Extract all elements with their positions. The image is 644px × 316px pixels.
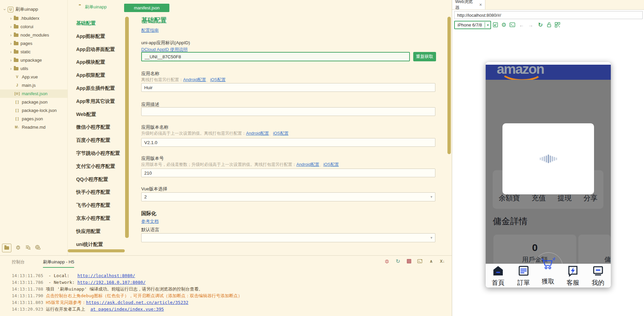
- tree-folder-colorui[interactable]: ›colorui: [0, 22, 67, 31]
- tree-file-pages-json[interactable]: [ ]pages.json: [0, 115, 67, 123]
- faq-link[interactable]: https://ask.dcloud.net.cn/article/35232: [86, 300, 188, 305]
- ios-config-link[interactable]: iOS配置: [273, 131, 288, 136]
- terminal-icon[interactable]: [508, 21, 516, 29]
- menu-item-withdraw[interactable]: 提現: [557, 193, 572, 203]
- version-name-input[interactable]: [141, 138, 435, 147]
- menu-item-share[interactable]: 分享: [583, 193, 597, 203]
- config-nav-basic[interactable]: 基础配置: [68, 17, 125, 30]
- config-nav-bytedance[interactable]: 字节跳动小程序配置: [68, 147, 125, 160]
- console-tab[interactable]: 控制台: [12, 259, 25, 265]
- device-select[interactable]: iPhone 6/7/8 ▾: [454, 21, 491, 29]
- nav-horizontal-scrollbar[interactable]: [68, 249, 125, 252]
- close-icon[interactable]: ×: [479, 2, 482, 7]
- folder-icon: [14, 50, 18, 54]
- menu-item-yuebao[interactable]: 余額寶: [499, 193, 520, 203]
- chevron-right-icon[interactable]: ›: [9, 24, 13, 29]
- android-config-link[interactable]: Android配置: [246, 131, 269, 136]
- ios-config-link[interactable]: iOS配置: [210, 77, 226, 82]
- stop-icon[interactable]: [406, 258, 412, 264]
- config-nav-app-misc[interactable]: App常用其它设置: [68, 95, 125, 108]
- url-input[interactable]: [454, 11, 643, 19]
- network-url-link[interactable]: http://192.168.0.107:8080/: [77, 280, 146, 285]
- collapse-panel-icon[interactable]: ∧: [428, 258, 434, 264]
- config-nav-kuaishou[interactable]: 快手小程序配置: [68, 186, 125, 199]
- default-lang-select[interactable]: ▾: [141, 233, 435, 242]
- tab-mine[interactable]: 我的: [586, 265, 610, 287]
- cart-icon[interactable]: [541, 257, 556, 273]
- search-list-icon[interactable]: [25, 244, 31, 252]
- config-guide-link[interactable]: 配置指南: [141, 27, 159, 34]
- tab-service[interactable]: 客服: [561, 265, 585, 287]
- tree-folder-pages[interactable]: ›pages: [0, 39, 67, 48]
- tree-folder-hbuilderx[interactable]: ›.hbuilderx: [0, 14, 67, 22]
- debug-icon[interactable]: [384, 258, 390, 264]
- debug-icon[interactable]: [15, 244, 21, 252]
- android-config-link[interactable]: Android配置: [297, 162, 319, 167]
- config-nav-baidu[interactable]: 百度小程序配置: [68, 134, 125, 147]
- chevron-right-icon[interactable]: ›: [9, 66, 13, 71]
- local-url-link[interactable]: http://localhost:8080/: [77, 273, 135, 278]
- nav-vertical-scrollbar[interactable]: [125, 17, 129, 238]
- chevron-right-icon[interactable]: ›: [9, 16, 13, 21]
- tree-file-manifest-json[interactable]: [⚙]manifest.json: [0, 89, 67, 98]
- tree-folder-node-modules[interactable]: ›node_modules: [0, 31, 67, 39]
- form-vertical-scrollbar[interactable]: [447, 17, 451, 154]
- tree-file-main-js[interactable]: Jmain.js: [0, 81, 67, 89]
- config-nav-splash[interactable]: App启动界面配置: [68, 43, 125, 56]
- config-nav-native-plugins[interactable]: App原生插件配置: [68, 82, 125, 95]
- config-nav-feishu[interactable]: 飞书小程序配置: [68, 199, 125, 212]
- chevron-right-icon[interactable]: ›: [9, 49, 13, 54]
- config-nav-web[interactable]: Web配置: [68, 108, 125, 121]
- browser-tab[interactable]: Web浏览器 ×: [452, 0, 485, 9]
- restart-icon[interactable]: ↻: [395, 258, 401, 264]
- tree-folder-unpackage[interactable]: ›unpackage: [0, 56, 67, 64]
- config-nav-weixin[interactable]: 微信小程序配置: [68, 121, 125, 134]
- source-location-link[interactable]: at pages/index/index.vue:395: [90, 307, 164, 312]
- menu-item-recharge[interactable]: 充值: [532, 193, 546, 203]
- config-nav-jd[interactable]: 京东小程序配置: [68, 212, 125, 225]
- regenerate-appid-button[interactable]: 重新获取: [413, 52, 436, 61]
- qr-code-icon[interactable]: [554, 21, 561, 29]
- tree-file-app-vue[interactable]: VApp.vue: [0, 73, 67, 81]
- refresh-icon[interactable]: ↻: [537, 21, 544, 29]
- tab-orders[interactable]: 訂單: [512, 265, 536, 287]
- gear-icon[interactable]: ⚙: [500, 21, 507, 29]
- tab-home[interactable]: 首頁: [486, 265, 510, 287]
- vue-version-select[interactable]: 2 ▾: [141, 192, 435, 201]
- chevron-right-icon[interactable]: ›: [9, 58, 13, 63]
- clear-console-icon[interactable]: X↓: [439, 258, 445, 264]
- open-external-icon[interactable]: [492, 21, 499, 29]
- tree-file-package-json[interactable]: [ ]package.json: [0, 98, 67, 106]
- console-toolbar: ↻ ∧ X↓: [384, 258, 445, 264]
- tree-file-readme-md[interactable]: M↓Readme.md: [0, 123, 67, 131]
- breadcrumb[interactable]: 刷单uinapp: [85, 4, 107, 10]
- tree-folder-utils[interactable]: ›utils: [0, 64, 67, 73]
- files-view-button[interactable]: [2, 244, 11, 252]
- app-desc-input[interactable]: [141, 107, 435, 116]
- tree-file-package-lock-json[interactable]: [ ]package-lock.json: [0, 106, 67, 115]
- config-nav-app-icon[interactable]: App图标配置: [68, 30, 125, 43]
- config-nav-permissions[interactable]: App权限配置: [68, 69, 125, 82]
- config-nav-modules[interactable]: App模块配置: [68, 56, 125, 69]
- config-nav-qq[interactable]: QQ小程序配置: [68, 173, 125, 186]
- chevron-right-icon[interactable]: ›: [9, 41, 13, 46]
- chevron-right-icon[interactable]: ›: [9, 33, 13, 38]
- chevron-down-icon[interactable]: ›: [2, 7, 7, 12]
- version-code-input[interactable]: [141, 169, 435, 177]
- tree-project-row[interactable]: › U 刷单uinapp: [0, 5, 67, 14]
- console-tab-h5[interactable]: 刷单uinapp - H5: [43, 259, 74, 268]
- config-nav-quickapp[interactable]: 快应用配置: [68, 225, 125, 238]
- globe-cloud-icon[interactable]: [35, 244, 41, 252]
- forward-icon[interactable]: →: [527, 21, 534, 29]
- app-name-input[interactable]: [141, 83, 435, 92]
- appid-input[interactable]: [141, 52, 410, 61]
- back-icon[interactable]: ←: [518, 21, 525, 29]
- tree-folder-static[interactable]: ›static: [0, 48, 67, 56]
- config-nav-alipay[interactable]: 支付宝小程序配置: [68, 160, 125, 173]
- android-config-link[interactable]: Android配置: [183, 77, 206, 82]
- config-nav-unistat[interactable]: uni统计配置: [68, 238, 125, 251]
- ios-config-link[interactable]: iOS配置: [323, 162, 339, 167]
- i18n-doc-link[interactable]: 参考文档: [141, 218, 159, 225]
- new-terminal-icon[interactable]: [417, 258, 423, 264]
- lock-icon[interactable]: [545, 21, 553, 29]
